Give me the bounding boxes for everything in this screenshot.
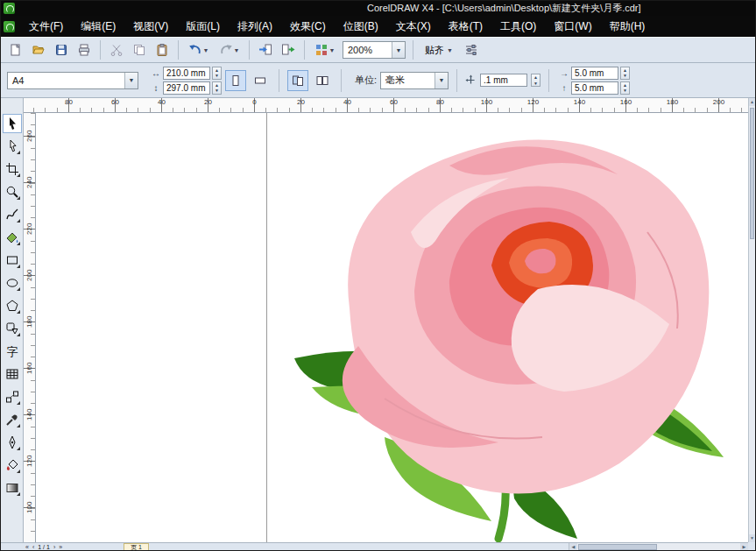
cut-button[interactable] — [106, 39, 127, 60]
toolbar-separator — [100, 40, 101, 60]
snap-to-label: 贴齐 — [425, 44, 444, 57]
menu-item[interactable]: 版面(L) — [177, 16, 229, 37]
page-nav-last-button[interactable]: » — [59, 544, 62, 550]
interactive-fill-tool-icon — [5, 481, 19, 495]
redo-button[interactable]: ▼ — [215, 39, 244, 60]
page-nav-prev-button[interactable]: ‹ — [32, 544, 34, 550]
menu-item[interactable]: 文件(F) — [20, 16, 72, 37]
all-pages-layout-button[interactable] — [287, 70, 308, 91]
pick-tool-button[interactable] — [3, 114, 22, 133]
page-nav-next-button[interactable]: › — [53, 544, 55, 550]
eyedropper-tool-button[interactable] — [3, 410, 22, 429]
ellipse-tool-button[interactable] — [3, 273, 22, 293]
page-tab[interactable]: 页 1 — [124, 543, 149, 551]
new-document-button[interactable] — [5, 39, 26, 60]
menu-item[interactable]: 位图(B) — [335, 16, 387, 37]
paste-button[interactable] — [152, 39, 173, 60]
basic-shapes-tool-button[interactable] — [3, 319, 22, 338]
chevron-down-icon[interactable]: ▼ — [435, 73, 448, 88]
smart-fill-tool-button[interactable] — [3, 228, 22, 247]
freehand-tool-button[interactable] — [3, 205, 22, 224]
current-page-layout-button[interactable] — [312, 70, 333, 91]
application-launcher-icon — [314, 43, 329, 57]
paper-height-spinner[interactable]: ▲▼ — [212, 81, 222, 95]
paper-width-spinner[interactable]: ▲▼ — [212, 67, 222, 80]
chevron-down-icon[interactable]: ▼ — [234, 47, 240, 53]
units-select[interactable]: 毫米 ▼ — [380, 72, 449, 89]
duplicate-x-spinner[interactable]: ▲▼ — [620, 67, 630, 80]
menu-item[interactable]: 文本(X) — [387, 16, 440, 37]
application-launcher-button[interactable]: ▼ — [310, 39, 339, 60]
menu-item[interactable]: 编辑(E) — [72, 16, 124, 37]
status-bar: « ‹ 1 / 1 › » 页 1 ◀ ▶ — [1, 542, 748, 550]
shape-tool-button[interactable] — [3, 137, 22, 156]
menu-item[interactable]: 视图(V) — [124, 16, 177, 37]
scroll-left-icon[interactable]: ◀ — [569, 543, 577, 550]
page-nav-first-button[interactable]: « — [25, 544, 29, 550]
print-button[interactable] — [74, 39, 95, 60]
landscape-button[interactable] — [250, 70, 271, 91]
paper-height-input[interactable] — [163, 81, 210, 95]
menu-item[interactable]: 排列(A) — [229, 16, 281, 37]
outline-tool-button[interactable] — [3, 433, 22, 452]
crop-tool-button[interactable] — [3, 159, 22, 179]
vertical-scroll-thumb[interactable] — [750, 108, 754, 239]
horizontal-ruler[interactable]: 80604020020406080100120140160180200 — [24, 98, 748, 113]
chevron-down-icon[interactable]: ▼ — [124, 73, 138, 88]
horizontal-scrollbar[interactable]: ◀ ▶ — [569, 543, 748, 550]
ruler-label: 140 — [556, 98, 603, 107]
scroll-down-icon[interactable]: ▼ — [749, 534, 755, 542]
nudge-offset-spinner[interactable]: ▲▼ — [531, 74, 541, 87]
document-icon[interactable] — [4, 21, 15, 32]
zoom-tool-button[interactable] — [3, 182, 22, 201]
rectangle-tool-button[interactable] — [3, 251, 22, 270]
open-button[interactable] — [28, 39, 49, 60]
paper-width-input[interactable] — [163, 67, 210, 80]
interactive-blend-tool-button[interactable] — [3, 387, 22, 406]
polygon-tool-button[interactable] — [3, 296, 22, 315]
undo-button[interactable]: ▼ — [184, 39, 213, 60]
duplicate-distance-x-input[interactable] — [571, 67, 618, 80]
scroll-right-icon[interactable]: ▶ — [740, 543, 748, 550]
menu-item[interactable]: 效果(C) — [281, 16, 335, 37]
horizontal-ruler-numbers: 80604020020406080100120140160180200 — [24, 98, 748, 107]
nudge-offset-input[interactable] — [480, 74, 527, 87]
freehand-tool-icon — [5, 208, 19, 222]
save-button[interactable] — [51, 39, 72, 60]
vertical-ruler[interactable]: 260240220200180160140120100 — [24, 113, 36, 542]
options-button[interactable] — [461, 39, 482, 60]
menu-item[interactable]: 窗口(W) — [545, 16, 600, 37]
table-tool-button[interactable] — [3, 364, 22, 384]
rose-artwork[interactable] — [281, 120, 745, 542]
paper-size-select[interactable]: A4 ▼ — [7, 72, 138, 89]
horizontal-scroll-thumb[interactable] — [578, 544, 657, 550]
duplicate-distance-y-input[interactable] — [571, 81, 618, 95]
canvas[interactable] — [36, 113, 748, 542]
crop-tool-icon — [5, 162, 19, 176]
menu-item[interactable]: 工具(O) — [491, 16, 545, 37]
chevron-down-icon[interactable]: ▼ — [203, 47, 209, 53]
duplicate-y-spinner[interactable]: ▲▼ — [620, 81, 630, 95]
interactive-fill-tool-button[interactable] — [3, 478, 22, 498]
ruler-label: 60 — [371, 98, 417, 107]
facing-pages-icon — [315, 74, 329, 88]
scroll-up-icon[interactable]: ▲ — [749, 98, 755, 106]
vertical-scrollbar[interactable]: ▲ ▼ — [748, 98, 755, 542]
pick-tool-icon — [5, 117, 19, 131]
export-button[interactable] — [278, 39, 299, 60]
interactive-blend-tool-icon — [5, 390, 19, 404]
ruler-label: 120 — [510, 98, 556, 107]
chevron-down-icon[interactable]: ▼ — [329, 47, 336, 53]
snap-to-button[interactable]: 贴齐 ▼ — [419, 40, 459, 60]
copy-button[interactable] — [129, 39, 150, 60]
menu-item[interactable]: 表格(T) — [440, 16, 491, 37]
fill-tool-button[interactable] — [3, 456, 22, 475]
ruler-label: 40 — [138, 98, 185, 107]
text-tool-button[interactable]: 字 — [3, 342, 22, 361]
chevron-down-icon[interactable]: ▼ — [392, 42, 405, 58]
zoom-level-select[interactable]: 200% ▼ — [343, 41, 406, 59]
import-button[interactable] — [255, 39, 276, 60]
shape-tool-icon — [5, 139, 19, 153]
menu-item[interactable]: 帮助(H) — [601, 16, 654, 37]
portrait-button[interactable] — [225, 70, 246, 91]
